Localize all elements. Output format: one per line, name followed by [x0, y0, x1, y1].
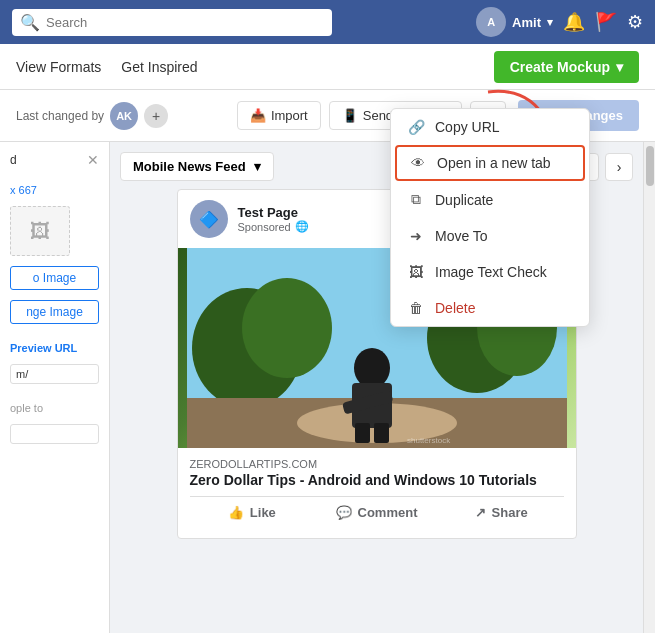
ad-title: Zero Dollar Tips - Android and Windows 1…: [190, 472, 564, 488]
dropdown-item-copy-url[interactable]: 🔗Copy URL: [391, 109, 589, 145]
feed-chevron-icon: ▾: [254, 159, 261, 174]
search-input[interactable]: [46, 15, 324, 30]
dropdown-label-open-new-tab: Open in a new tab: [437, 155, 551, 171]
sponsored-label: Sponsored 🌐: [238, 220, 309, 233]
like-icon: 👍: [228, 505, 244, 520]
like-button[interactable]: 👍 Like: [190, 497, 315, 528]
ad-url: ZERODOLLARTIPS.COM: [190, 458, 564, 470]
mobile-icon: 📱: [342, 108, 358, 123]
dropdown-icon-delete: 🗑: [407, 300, 425, 316]
import-icon: 📥: [250, 108, 266, 123]
app-header: 🔍 A Amit ▾ 🔔 🚩 ⚙: [0, 0, 655, 44]
flag-icon[interactable]: 🚩: [595, 11, 617, 33]
notifications-icon[interactable]: 🔔: [563, 11, 585, 33]
user-name: Amit: [512, 15, 541, 30]
svg-rect-10: [374, 423, 389, 443]
avatar: A: [476, 7, 506, 37]
ad-actions: 👍 Like 💬 Comment ↗ Share: [190, 496, 564, 528]
next-page-button[interactable]: ›: [605, 153, 633, 181]
user-dropdown-icon[interactable]: ▾: [547, 16, 553, 29]
dropdown-item-move-to[interactable]: ➜Move To: [391, 218, 589, 254]
dropdown-icon-duplicate: ⧉: [407, 191, 425, 208]
dropdown-arrow-icon: ▾: [616, 59, 623, 75]
share-button[interactable]: ↗ Share: [439, 497, 564, 528]
dropdown-icon-image-text-check: 🖼: [407, 264, 425, 280]
people-to-label: ople to: [10, 402, 99, 414]
scrollbar[interactable]: [643, 142, 655, 633]
svg-point-7: [354, 348, 390, 388]
o-image-button[interactable]: o Image: [10, 266, 99, 290]
svg-text:shutterstock: shutterstock: [407, 436, 451, 445]
feed-dropdown[interactable]: Mobile News Feed ▾: [120, 152, 274, 181]
dropdown-label-image-text-check: Image Text Check: [435, 264, 547, 280]
svg-rect-9: [355, 423, 370, 443]
close-sidebar-button[interactable]: ✕: [87, 152, 99, 168]
dropdown-icon-move-to: ➜: [407, 228, 425, 244]
view-formats-link[interactable]: View Formats: [16, 59, 101, 75]
comment-button[interactable]: 💬 Comment: [314, 497, 439, 528]
import-button[interactable]: 📥 Import: [237, 101, 321, 130]
dropdown-item-duplicate[interactable]: ⧉Duplicate: [391, 181, 589, 218]
settings-icon[interactable]: ⚙: [627, 11, 643, 33]
left-sidebar: d ✕ x 667 🖼 o Image nge Image Preview UR…: [0, 142, 110, 633]
feed-label: Mobile News Feed: [133, 159, 246, 174]
preview-url-label: Preview URL: [10, 342, 99, 354]
dropdown-item-delete[interactable]: 🗑Delete: [391, 290, 589, 326]
page-avatar: 🔷: [190, 200, 228, 238]
scroll-thumb[interactable]: [646, 146, 654, 186]
dropdown-menu: 🔗Copy URL👁Open in a new tab⧉Duplicate➜Mo…: [390, 108, 590, 327]
user-profile[interactable]: A Amit ▾: [476, 7, 553, 37]
last-changed-info: Last changed by AK +: [16, 102, 168, 130]
dropdown-label-delete: Delete: [435, 300, 475, 316]
dropdown-item-image-text-check[interactable]: 🖼Image Text Check: [391, 254, 589, 290]
search-icon: 🔍: [20, 13, 40, 32]
page-info: Test Page Sponsored 🌐: [238, 205, 309, 233]
dropdown-label-move-to: Move To: [435, 228, 488, 244]
search-bar[interactable]: 🔍: [12, 9, 332, 36]
image-placeholder: 🖼: [10, 206, 70, 256]
comment-icon: 💬: [336, 505, 352, 520]
ad-footer: ZERODOLLARTIPS.COM Zero Dollar Tips - An…: [178, 448, 576, 538]
preview-url-input[interactable]: [10, 364, 99, 384]
header-icons: A Amit ▾ 🔔 🚩 ⚙: [476, 7, 643, 37]
svg-point-2: [242, 278, 332, 378]
dropdown-label-copy-url: Copy URL: [435, 119, 500, 135]
change-image-button[interactable]: nge Image: [10, 300, 99, 324]
globe-icon: 🌐: [295, 220, 309, 233]
dropdown-item-open-new-tab[interactable]: 👁Open in a new tab: [395, 145, 585, 181]
add-user-button[interactable]: +: [144, 104, 168, 128]
dropdown-label-duplicate: Duplicate: [435, 192, 493, 208]
page-name: Test Page: [238, 205, 309, 220]
sidebar-item-label: d: [10, 153, 17, 167]
create-mockup-button[interactable]: Create Mockup ▾: [494, 51, 639, 83]
get-inspired-link[interactable]: Get Inspired: [121, 59, 197, 75]
people-to-input[interactable]: [10, 424, 99, 444]
ak-avatar: AK: [110, 102, 138, 130]
share-icon: ↗: [475, 505, 486, 520]
dropdown-icon-open-new-tab: 👁: [409, 155, 427, 171]
id-label: x 667: [10, 184, 99, 196]
dropdown-icon-copy-url: 🔗: [407, 119, 425, 135]
